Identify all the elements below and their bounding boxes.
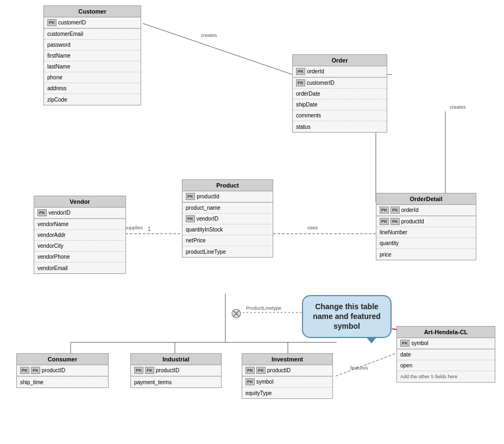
field-art-open: open: [397, 360, 495, 371]
field-linenumber: lineNumber: [376, 227, 476, 238]
table-investment: Investment PK FK productID FK symbol equ…: [242, 353, 333, 399]
pk-badge: PK: [186, 193, 195, 200]
field-vendorname: vendorName: [34, 219, 125, 230]
fk-badge: FK: [390, 207, 400, 214]
field-firstname: firstName: [44, 51, 141, 61]
callout-bubble: Change this table name and featured symb…: [302, 295, 392, 338]
table-art-hendela-fields: PK symbol date open Add the other 5 fiel…: [397, 338, 495, 382]
pk-badge: PK: [380, 207, 389, 214]
table-consumer-fields: PK FK productID ship_time: [17, 365, 108, 387]
field-vendoraddr: vendorAddr: [34, 230, 125, 241]
table-order: Order PK orderId FK customerID orderDate…: [292, 54, 387, 133]
field-zipcode: zipCode: [44, 94, 141, 105]
field-quantityinstock: quantityInStock: [182, 224, 273, 235]
field-industrial-productid: PK FK productID: [131, 365, 221, 376]
field-vendoremail: vendorEmail: [34, 262, 125, 273]
productlinetype-symbol: [231, 308, 242, 320]
field-customeremail: customerEmail: [44, 29, 141, 40]
field-art-date: date: [397, 349, 495, 360]
field-consumer-productid: PK FK productID: [17, 365, 108, 376]
svg-line-14: [336, 353, 396, 376]
table-order-header: Order: [293, 55, 387, 66]
pk-badge: PK: [380, 218, 389, 225]
table-investment-fields: PK FK productID FK symbol equityType: [242, 365, 332, 398]
table-industrial-fields: PK FK productID payment_terms: [131, 365, 221, 387]
table-industrial-header: Industrial: [131, 354, 221, 365]
table-art-hendela-header: Art-Hendela-CL: [397, 327, 495, 338]
table-orderdetail: OrderDetail PK FK orderId PK FK productI…: [376, 193, 476, 260]
pk-badge: PK: [47, 19, 56, 26]
field-art-other: Add the other 5 fields here: [397, 371, 495, 382]
field-product-vendorid: FK vendorID: [182, 214, 273, 224]
field-od-productid: PK FK productId: [376, 216, 476, 227]
table-orderdetail-header: OrderDetail: [376, 193, 476, 205]
fk-badge: FK: [31, 367, 40, 374]
table-product-header: Product: [182, 180, 273, 191]
field-status: status: [293, 121, 387, 132]
field-equitytype: equityType: [242, 387, 332, 398]
fk-badge: FK: [390, 218, 400, 225]
label-creates-top: creates: [201, 33, 217, 38]
field-orderdate: orderDate: [293, 89, 387, 99]
fk-badge: FK: [186, 215, 195, 222]
table-order-fields: PK orderId FK customerID orderDate shipD…: [293, 66, 387, 132]
field-order-customerid: FK customerID: [293, 78, 387, 89]
table-customer-fields: PK customerID customerEmail password fir…: [44, 17, 141, 105]
field-investment-productid: PK FK productID: [242, 365, 332, 376]
table-product-fields: PK productId product_name FK vendorID qu…: [182, 191, 273, 257]
field-phone: phone: [44, 72, 141, 83]
field-shipdate: shipDate: [293, 99, 387, 110]
field-art-symbol: PK symbol: [397, 338, 495, 349]
field-address: address: [44, 83, 141, 94]
field-customerid: PK customerID: [44, 17, 141, 28]
fk-badge: FK: [296, 79, 305, 86]
pk-badge: PK: [400, 340, 410, 347]
table-consumer-header: Consumer: [17, 354, 108, 365]
pk-badge: PK: [37, 209, 47, 216]
field-vendorid: PK vendorID: [34, 208, 125, 218]
field-productlinetype: productLineType: [182, 246, 273, 257]
pk-badge: PK: [134, 367, 143, 374]
fk-badge: FK: [245, 378, 255, 385]
pk-badge: PK: [296, 68, 305, 75]
field-od-orderid: PK FK orderId: [376, 205, 476, 216]
diagram-canvas: creates creates supplies 1 uses features: [0, 0, 504, 444]
table-investment-header: Investment: [242, 354, 332, 365]
table-customer: Customer PK customerID customerEmail pas…: [43, 5, 141, 105]
table-industrial: Industrial PK FK productID payment_terms: [130, 353, 222, 388]
pk-badge: PK: [245, 367, 255, 374]
field-netprice: netPrice: [182, 235, 273, 246]
svg-line-0: [143, 23, 292, 74]
field-lastname: lastName: [44, 61, 141, 72]
field-quantity: quantity: [376, 238, 476, 249]
label-uses: uses: [307, 225, 318, 230]
field-investment-symbol: FK symbol: [242, 377, 332, 387]
table-vendor-header: Vendor: [34, 196, 125, 208]
field-ship-time: ship_time: [17, 377, 108, 387]
field-vendorphone: vendorPhone: [34, 252, 125, 262]
field-comments: comments: [293, 110, 387, 121]
table-customer-header: Customer: [44, 6, 141, 17]
table-vendor-fields: PK vendorID vendorName vendorAddr vendor…: [34, 208, 125, 273]
field-price: price: [376, 249, 476, 260]
pk-badge: PK: [20, 367, 29, 374]
field-vendorcity: vendorCity: [34, 241, 125, 252]
field-orderid: PK orderId: [293, 66, 387, 77]
field-payment-terms: payment_terms: [131, 377, 221, 387]
table-product: Product PK productId product_name FK ven…: [182, 179, 273, 258]
field-product-name: product_name: [182, 203, 273, 214]
label-creates-right: creates: [450, 104, 466, 110]
table-vendor: Vendor PK vendorID vendorName vendorAddr…: [34, 196, 126, 274]
label-productlinetype: ProductLinetype: [246, 305, 281, 311]
table-art-hendela: Art-Hendela-CL PK symbol date open Add t…: [396, 326, 495, 383]
label-supplies: supplies: [125, 225, 143, 230]
field-password: password: [44, 40, 141, 51]
svg-text:1: 1: [148, 226, 151, 232]
field-productid: PK productId: [182, 191, 273, 202]
fk-badge: FK: [256, 367, 266, 374]
table-orderdetail-fields: PK FK orderId PK FK productId lineNumber…: [376, 205, 476, 260]
table-consumer: Consumer PK FK productID ship_time: [16, 353, 109, 388]
callout-text: Change this table name and featured symb…: [313, 302, 380, 330]
fk-badge: FK: [145, 367, 154, 374]
label-features: features: [350, 365, 368, 371]
